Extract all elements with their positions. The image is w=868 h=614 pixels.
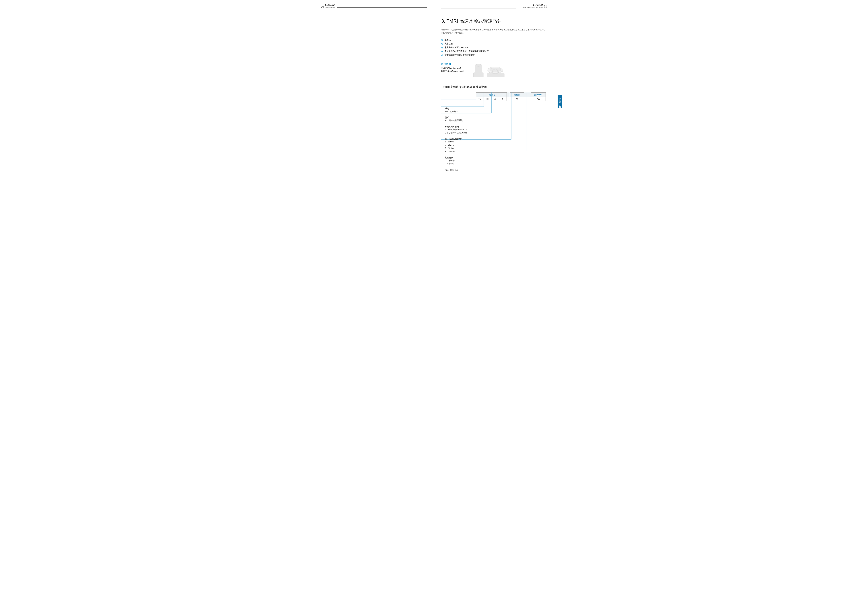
code-cell-6: XX bbox=[531, 97, 546, 101]
application-item: 回转工作台(Rotary table) bbox=[441, 70, 464, 73]
doc-code-left: MR99TS01-1800 bbox=[325, 7, 335, 8]
explain-group: 转子(磁铁)高度代码 5：50mm 7：70mm A：100mm F：150mm bbox=[445, 136, 547, 155]
brand-sub-right: Torque Motor (Direct Drive Motor) bbox=[522, 7, 542, 8]
brand-right: HIWIN bbox=[522, 4, 542, 7]
explain-group: XX：配线代码 bbox=[445, 167, 547, 174]
bullet-item: 大中空轴 bbox=[441, 42, 547, 46]
code-cell-1: TM bbox=[476, 97, 484, 101]
code-cell-4: 5 bbox=[499, 97, 507, 101]
explain-group: 其它需求 ：标准件 C：客制件 bbox=[445, 155, 547, 167]
explain-group: 型式 RI：高速定转子系列 bbox=[445, 115, 547, 124]
header-wiring: 配线代码 bbox=[531, 92, 546, 97]
code-cell-2: RI bbox=[484, 97, 491, 101]
explain-group: 矽钢片尺寸代码 A：矽钢片外径Φ360mm G：矽钢片外径Φ530mm bbox=[445, 124, 547, 136]
side-tab: TMRI 高速水冷式轉矩馬達 bbox=[558, 95, 562, 108]
header-option: 选配件 bbox=[510, 92, 524, 97]
bullet-item: 最大瞬间转矩可达5300Nm bbox=[441, 46, 547, 50]
rotary-table-image bbox=[471, 62, 506, 78]
bullet-item: 定转子同心校正固定出货，安装简易无须重新校正 bbox=[441, 50, 547, 53]
svg-rect-0 bbox=[473, 73, 484, 77]
brand-left: HIWIN bbox=[325, 4, 335, 7]
code-section-title: ▪TMRI 高速水冷式转矩马达 编码说明 bbox=[441, 85, 547, 89]
code-cell-3: A bbox=[491, 97, 499, 101]
svg-rect-3 bbox=[487, 73, 504, 77]
square-bullet-icon: ▪ bbox=[441, 85, 442, 89]
code-dash: - bbox=[527, 97, 531, 101]
code-cell-5: C bbox=[510, 97, 524, 101]
svg-point-2 bbox=[475, 64, 482, 66]
explain-group: 系列 TM：转矩马达 bbox=[445, 106, 547, 115]
application-item: 工具机(Machine tool) bbox=[441, 67, 464, 70]
code-table: 马达规格 选配件 配线代码 TM RI A 5 C bbox=[476, 92, 546, 101]
section-heading: 3. TMRI 高速水冷式转矩马达 bbox=[441, 18, 547, 24]
header-spec: 马达规格 bbox=[476, 92, 507, 97]
bullet-item: 可搭配弱磁控制满足更高转速需求 bbox=[441, 53, 547, 57]
bullet-item: 水冷式 bbox=[441, 38, 547, 42]
page-number-left: 30 bbox=[321, 5, 324, 8]
feature-bullets: 水冷式 大中空轴 最大瞬间转矩可达5300Nm 定转子同心校正固定出货，安装简易… bbox=[441, 38, 547, 57]
page-number-right: 31 bbox=[544, 5, 547, 8]
intro-paragraph: 特殊设计，可搭配弱磁控制达到极高转速需求，同时适用各种需要大输出且精准定位之工业… bbox=[441, 28, 547, 35]
application-label: 应用范例： bbox=[441, 62, 464, 66]
